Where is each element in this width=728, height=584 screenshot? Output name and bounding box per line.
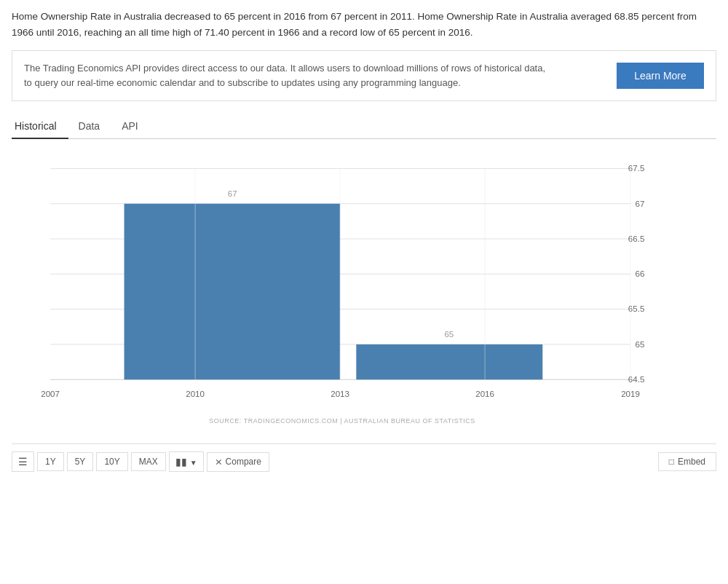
description-text: Home Ownership Rate in Australia decreas… xyxy=(12,9,716,40)
tab-bar: Historical Data API xyxy=(12,114,716,139)
svg-text:67: 67 xyxy=(228,190,237,199)
10y-button[interactable]: 10Y xyxy=(96,452,127,471)
table-icon-button[interactable]: ☰ xyxy=(12,451,34,472)
svg-text:65: 65 xyxy=(635,340,644,349)
chart-container: 67.5 67 66.5 66 65.5 65 64.5 2007 2010 2… xyxy=(12,146,716,438)
chart-source: SOURCE: TRADINGECONOMICS.COM | AUSTRALIA… xyxy=(12,417,673,425)
svg-text:2010: 2010 xyxy=(186,390,205,399)
api-banner-text: The Trading Economics API provides direc… xyxy=(24,61,548,90)
chevron-down-icon: ▼ xyxy=(190,459,197,467)
bottom-toolbar: ☰ 1Y 5Y 10Y MAX ▮▮ ▼ ⨯ Compare □ Embed xyxy=(12,443,716,472)
svg-text:2019: 2019 xyxy=(621,390,640,399)
table-icon: ☰ xyxy=(18,456,28,467)
embed-icon: □ xyxy=(669,457,674,467)
chart-type-button[interactable]: ▮▮ ▼ xyxy=(169,451,204,472)
1y-button[interactable]: 1Y xyxy=(37,452,64,471)
svg-text:2007: 2007 xyxy=(41,390,60,399)
tab-historical[interactable]: Historical xyxy=(12,114,68,139)
compare-button[interactable]: ⨯ Compare xyxy=(207,452,269,472)
compare-label: Compare xyxy=(226,457,261,467)
max-button[interactable]: MAX xyxy=(131,452,166,471)
5y-button[interactable]: 5Y xyxy=(67,452,94,471)
svg-text:66: 66 xyxy=(635,270,644,279)
bar-2010 xyxy=(124,204,341,379)
bar-chart: 67.5 67 66.5 66 65.5 65 64.5 2007 2010 2… xyxy=(12,146,673,416)
embed-label: Embed xyxy=(678,457,705,467)
svg-text:65: 65 xyxy=(444,331,454,339)
bar-2016 xyxy=(356,344,542,379)
api-banner: The Trading Economics API provides direc… xyxy=(12,50,716,101)
embed-button[interactable]: □ Embed xyxy=(658,452,716,471)
bar-chart-icon: ▮▮ xyxy=(175,456,187,467)
compare-icon: ⨯ xyxy=(215,457,223,467)
toolbar-left: ☰ 1Y 5Y 10Y MAX ▮▮ ▼ ⨯ Compare xyxy=(12,451,269,472)
tab-data[interactable]: Data xyxy=(76,114,112,139)
svg-text:67: 67 xyxy=(635,200,644,208)
learn-more-button[interactable]: Learn More xyxy=(617,63,704,89)
svg-text:2013: 2013 xyxy=(331,390,349,399)
tab-api[interactable]: API xyxy=(119,114,150,139)
svg-text:2016: 2016 xyxy=(475,390,494,399)
